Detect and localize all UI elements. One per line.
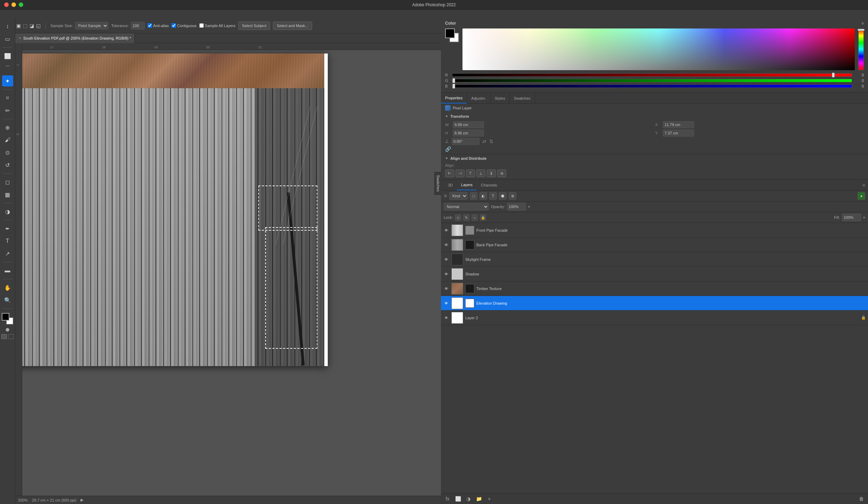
tab-styles[interactable]: Styles — [491, 93, 510, 104]
layer-item[interactable]: 👁 Back Pipe Facade — [441, 238, 868, 252]
tab-adjustments[interactable]: Adjustm. — [467, 93, 491, 104]
rectangular-marquee-tool[interactable]: ⬜ — [2, 50, 13, 61]
standard-view-btn[interactable] — [1, 334, 7, 339]
lock-artboard-btn[interactable]: ↔ — [471, 214, 478, 221]
fill-input[interactable] — [842, 214, 861, 221]
layer-visibility-toggle[interactable]: 👁 — [443, 315, 449, 321]
layer-visibility-toggle[interactable]: 👁 — [443, 271, 449, 277]
tolerance-input[interactable] — [131, 22, 145, 30]
opacity-dropdown-icon[interactable]: ▾ — [528, 205, 530, 209]
add-adjustment-button[interactable]: ◑ — [465, 495, 472, 503]
move-tool[interactable]: ↕ — [2, 21, 13, 32]
eraser-tool[interactable]: ◻ — [2, 176, 13, 188]
flip-h-icon[interactable]: ⇄ — [482, 139, 486, 144]
tab-layers[interactable]: Layers — [457, 180, 477, 190]
contiguous-checkbox[interactable] — [172, 23, 176, 28]
spot-heal-tool[interactable]: ⊕ — [2, 122, 13, 133]
minimize-button[interactable] — [11, 2, 16, 7]
tab-3d[interactable]: 3D — [444, 180, 457, 190]
r-slider[interactable] — [452, 73, 852, 77]
align-left-btn[interactable]: ⊢ — [445, 170, 454, 177]
b-slider[interactable] — [452, 84, 852, 88]
filter-type-btn[interactable]: T — [489, 192, 497, 200]
filter-pixel-btn[interactable]: □ — [470, 192, 477, 200]
lock-all-btn[interactable]: 🔒 — [480, 214, 486, 221]
eyedropper-tool[interactable]: ✏ — [2, 105, 13, 116]
contiguous-checkbox-group[interactable]: Contiguous — [172, 23, 197, 28]
align-center-h-btn[interactable]: ⊣ — [456, 170, 465, 177]
brush-tool[interactable]: 🖌 — [2, 134, 13, 146]
tab-properties[interactable]: Properties — [441, 93, 467, 104]
align-right-btn[interactable]: ⊤ — [466, 170, 475, 177]
layer-visibility-toggle[interactable]: 👁 — [443, 242, 449, 248]
filter-toggle-btn[interactable]: ● — [858, 192, 865, 200]
layer-icon-2[interactable]: ⬚ — [23, 23, 27, 28]
filter-smart-btn[interactable]: ⊛ — [509, 192, 516, 200]
fill-dropdown-icon[interactable]: ▾ — [863, 215, 865, 220]
layer-item[interactable]: 👁 Timber Texture — [441, 281, 868, 296]
lasso-tool[interactable]: ⌒ — [2, 63, 13, 74]
g-slider[interactable] — [452, 79, 852, 82]
artboard-tool[interactable]: ▭ — [2, 33, 13, 44]
select-mask-button[interactable]: Select and Mask... — [273, 22, 312, 30]
tab-channels[interactable]: Channels — [477, 180, 501, 190]
r-handle[interactable] — [832, 73, 835, 77]
advance-arrow[interactable]: ▶ — [81, 498, 83, 502]
width-input[interactable] — [453, 121, 484, 128]
layer-icon-4[interactable]: ◱ — [36, 23, 41, 28]
filter-kind-select[interactable]: Kind — [449, 192, 468, 200]
transform-arrow[interactable]: ▼ — [445, 115, 448, 118]
path-selection-tool[interactable]: ↗ — [2, 248, 13, 259]
height-input[interactable] — [453, 130, 484, 137]
hue-slider[interactable] — [858, 28, 864, 70]
g-handle[interactable] — [452, 78, 455, 83]
add-fx-button[interactable]: fx — [444, 495, 451, 503]
select-subject-button[interactable]: Select Subject — [238, 22, 270, 30]
blend-mode-select[interactable]: Normal — [444, 203, 489, 210]
fullscreen-view-btn[interactable] — [8, 334, 14, 339]
layer-item[interactable]: 👁 Shadow — [441, 267, 868, 281]
shape-tool[interactable]: ▬ — [2, 265, 13, 276]
x-input[interactable] — [663, 121, 694, 128]
align-arrow[interactable]: ▼ — [445, 157, 448, 160]
layer-visibility-toggle[interactable]: 👁 — [443, 256, 449, 263]
zoom-tool[interactable]: 🔍 — [2, 295, 13, 306]
color-spectrum[interactable] — [462, 28, 855, 70]
layer-icon-1[interactable]: ▣ — [16, 23, 21, 28]
filter-shape-btn[interactable]: ⬟ — [499, 192, 507, 200]
angle-input[interactable] — [452, 138, 479, 145]
layer-icon-3[interactable]: ◪ — [30, 23, 34, 28]
hue-handle[interactable] — [858, 29, 865, 31]
gradient-tool[interactable]: ▦ — [2, 189, 13, 200]
foreground-color-swatch[interactable] — [2, 313, 9, 321]
history-brush-tool[interactable]: ↺ — [2, 159, 13, 171]
layer-visibility-toggle[interactable]: 👁 — [443, 227, 449, 233]
fg-color-box[interactable] — [445, 28, 455, 38]
y-input[interactable] — [663, 130, 694, 137]
layers-panel-collapse[interactable]: ≡ — [862, 182, 865, 188]
create-group-button[interactable]: 📁 — [475, 495, 483, 503]
close-button[interactable] — [4, 2, 9, 7]
tab-swatches[interactable]: Swatches — [510, 93, 535, 104]
magic-wand-tool[interactable]: ✦ — [2, 75, 13, 86]
layer-item[interactable]: 👁 Layer 2 🔒 — [441, 311, 868, 325]
align-bottom-btn[interactable]: ⊝ — [497, 170, 506, 177]
quick-mask-button[interactable]: ⬤ — [6, 328, 9, 331]
lock-position-btn[interactable]: ✎ — [463, 214, 469, 221]
type-tool[interactable]: T — [2, 236, 13, 247]
dodge-tool[interactable]: ◑ — [2, 206, 13, 217]
tab-close-icon[interactable]: × — [19, 36, 21, 41]
align-top-btn[interactable]: ⊥ — [476, 170, 485, 177]
sample-all-checkbox-group[interactable]: Sample All Layers — [199, 23, 235, 28]
layer-visibility-toggle[interactable]: 👁 — [443, 300, 449, 306]
layer-item[interactable]: 👁 Skylight Frame — [441, 252, 868, 267]
opacity-input[interactable] — [507, 203, 526, 210]
layer-visibility-toggle[interactable]: 👁 — [443, 286, 449, 292]
maximize-button[interactable] — [19, 2, 23, 7]
add-mask-button[interactable]: ⬜ — [454, 495, 462, 503]
filter-adjustment-btn[interactable]: ◐ — [479, 192, 487, 200]
layer-item[interactable]: 👁 Front Pipe Facade — [441, 223, 868, 238]
sample-size-select[interactable]: Point Sample — [75, 22, 108, 30]
anti-alias-checkbox-group[interactable]: Anti-alias — [148, 23, 169, 28]
flip-v-icon[interactable]: ⇅ — [489, 139, 493, 144]
